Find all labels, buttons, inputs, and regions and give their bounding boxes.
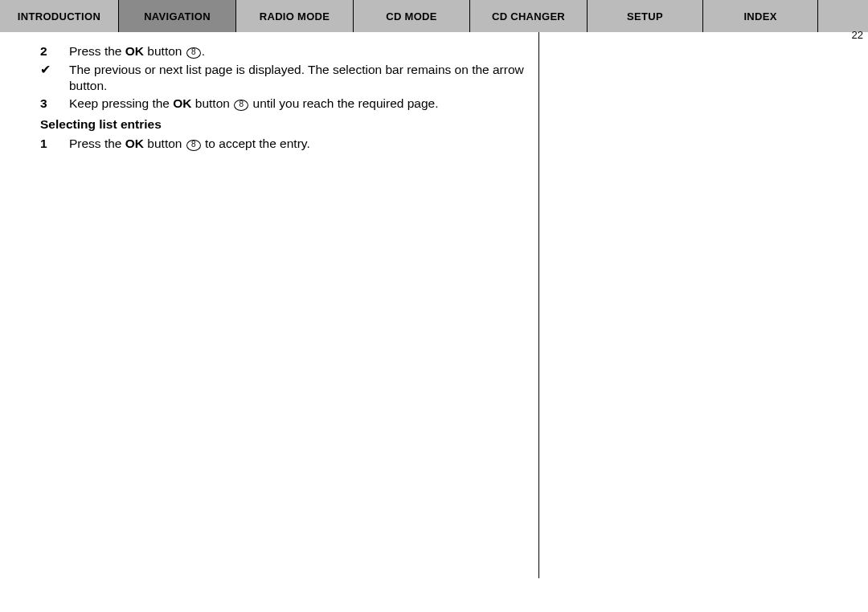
button-ref-icon: 8 xyxy=(186,140,201,151)
tab-introduction[interactable]: Introduction xyxy=(0,0,119,32)
tab-cd-changer[interactable]: Cd Changer xyxy=(470,0,588,32)
step-row: 3 Keep pressing the OK button 8 until yo… xyxy=(40,96,534,112)
step-number: 3 xyxy=(40,96,69,112)
step-number: 1 xyxy=(40,136,69,152)
step-row: ✔ The previous or next list page is disp… xyxy=(40,62,534,94)
tab-cd-mode[interactable]: Cd Mode xyxy=(354,0,470,32)
step-row: 2 Press the OK button 8. xyxy=(40,43,534,59)
tab-navigation[interactable]: Navigation xyxy=(119,0,236,32)
left-column: 2 Press the OK button 8. ✔ The previous … xyxy=(40,43,534,152)
checkmark-icon: ✔ xyxy=(40,62,69,94)
tab-index[interactable]: Index xyxy=(703,0,818,32)
content: 2 Press the OK button 8. ✔ The previous … xyxy=(0,32,868,612)
tab-setup[interactable]: Setup xyxy=(588,0,703,32)
subheading: Selecting list entries xyxy=(40,117,534,132)
button-ref-icon: 8 xyxy=(186,47,201,59)
tab-bar: Introduction Navigation Radio Mode Cd Mo… xyxy=(0,0,868,32)
step-text: The previous or next list page is displa… xyxy=(69,62,534,94)
step-text: Press the OK button 8. xyxy=(69,43,534,59)
button-ref-icon: 8 xyxy=(234,100,248,111)
tab-radio-mode[interactable]: Radio Mode xyxy=(236,0,354,32)
step-text: Keep pressing the OK button 8 until you … xyxy=(69,96,534,112)
step-row: 1 Press the OK button 8 to accept the en… xyxy=(40,136,534,152)
step-text: Press the OK button 8 to accept the entr… xyxy=(69,136,534,152)
step-number: 2 xyxy=(40,43,69,59)
column-divider xyxy=(538,32,539,578)
